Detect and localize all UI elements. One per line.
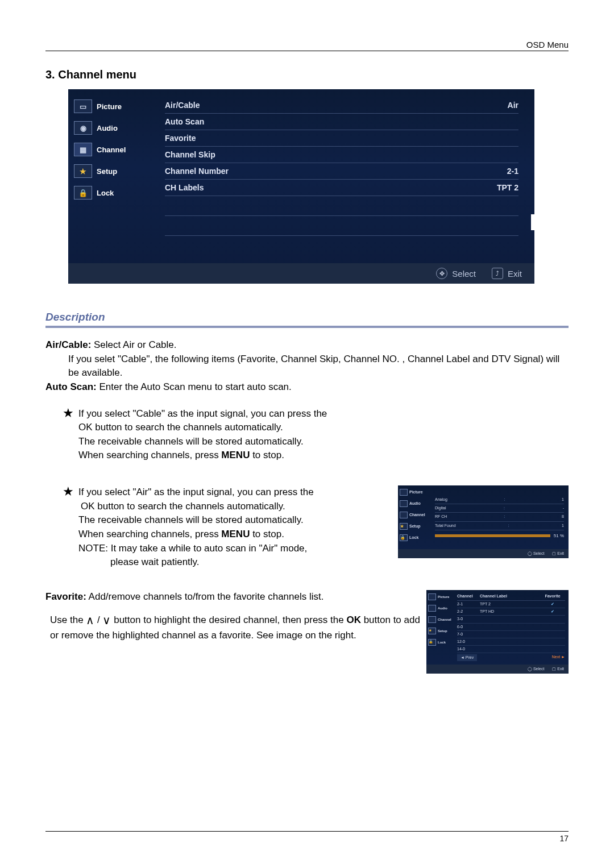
mini-favorite-screenshot: Picture Audio Channel ★Setup 🔒Lock Chann… [426, 590, 569, 674]
text-aircable: Select Air or Cable. [91, 339, 176, 350]
sidebar-item-label: Channel [97, 146, 126, 154]
osd-row-value: 2-1 [507, 167, 518, 176]
progress-text: 51 % [554, 533, 564, 539]
osd-row-blank [165, 236, 518, 255]
mini-side-label: Audio [409, 501, 421, 506]
up-arrow-icon: ∧ [86, 614, 94, 626]
mini-fav-head-fav: Favorite [540, 593, 565, 599]
star2-line6: please wait patiently. [110, 555, 314, 570]
sidebar-item-channel[interactable]: ▦ Channel [74, 143, 156, 156]
mini2-side-label: Setup [438, 629, 447, 634]
mini-scan-label: Digital [435, 505, 446, 511]
star1-line4a: When searching channels, press [78, 450, 221, 460]
mini-fav-head-channel: Channel [457, 593, 480, 599]
audio-icon: ◉ [74, 121, 92, 135]
description-rule [45, 326, 569, 328]
header-right-text: OSD Menu [526, 40, 569, 49]
section-title: 3. Channel menu [45, 68, 569, 81]
osd-row-label: CH Labels [165, 183, 204, 192]
favorite-section: Favorite: Add/remove channels to/from th… [45, 590, 569, 674]
mini-scan-value: - [563, 505, 564, 511]
sidebar-item-label: Lock [97, 189, 114, 197]
osd-row-label: Favorite [165, 134, 196, 143]
osd-row-chlabels[interactable]: CH Labels TPT 2 [165, 180, 518, 196]
star1-line3: The receivable channels will be stored a… [78, 435, 327, 449]
fav-para-ok: OK [346, 614, 361, 625]
mini-side-label: Setup [409, 524, 420, 529]
page-number: 17 [559, 834, 569, 843]
progress-bar [435, 534, 550, 537]
star2-line5: NOTE: It may take a while to auto scan i… [78, 542, 314, 556]
mini-fav-prev[interactable]: ◄ Prev [457, 654, 477, 661]
label-autoscan: Auto Scan: [45, 381, 97, 392]
mini-scan-value: 1 [562, 523, 564, 529]
label-aircable: Air/Cable: [45, 339, 91, 350]
description-body: Air/Cable: Select Air or Cable. If you s… [45, 338, 569, 674]
mini2-side-label: Picture [438, 595, 449, 600]
star2-line3: The receivable channels will be stored a… [78, 513, 314, 528]
star-icon: ★ [63, 485, 74, 570]
star-block-air-row: ★ If you select "Air" as the input signa… [45, 485, 569, 570]
osd-row-label: Channel Number [165, 167, 229, 176]
sidebar-item-label: Picture [97, 102, 122, 111]
setup-icon: ★ [74, 164, 92, 178]
sidebar-item-audio[interactable]: ◉ Audio [74, 121, 156, 135]
osd-main-panel: Air/Cable Air Auto Scan Favorite Channel… [159, 89, 534, 263]
star2-line2: OK button to search the channels automat… [81, 500, 314, 514]
mini2-side-label: Lock [438, 640, 446, 645]
sidebar-item-setup[interactable]: ★ Setup [74, 164, 156, 178]
osd-row-aircable[interactable]: Air/Cable Air [165, 97, 518, 114]
osd-row-value: Air [508, 101, 518, 110]
star2-line4a: When searching channels, press [78, 529, 221, 539]
mini-side-label: Channel [409, 512, 425, 518]
lock-icon: 🔒 [74, 186, 92, 200]
osd-row-blank [165, 216, 518, 236]
osd-row-favorite[interactable]: Favorite [165, 130, 518, 147]
star-icon: ★ [63, 407, 74, 463]
text-aircable-note: If you selet "Cable", the following item… [68, 352, 569, 380]
star1-line4c: to stop. [250, 450, 284, 460]
mini-fav-next[interactable]: Next ► [552, 654, 565, 661]
channel-icon: ▦ [74, 143, 92, 156]
fav-para-a: Use the [50, 614, 86, 625]
fav-para-b: button to highlight the desired channel,… [111, 614, 346, 625]
dpad-icon: ✥ [436, 268, 447, 279]
mini-side-label: Lock [409, 535, 418, 541]
mini-scan-label: RF CH [435, 514, 447, 520]
osd-row-channelskip[interactable]: Channel Skip [165, 147, 518, 163]
mini-scan-label: Analog [435, 497, 447, 502]
mini-scan-label: Total Found [435, 523, 456, 529]
star-block-cable: ★ If you select "Cable" as the input sig… [45, 407, 569, 463]
mini2-side-label: Audio [438, 606, 447, 611]
mini-scan-value: 1 [562, 497, 564, 502]
osd-row-label: Channel Skip [165, 150, 215, 159]
exit-icon: ⤴ [492, 268, 503, 279]
osd-row-label: Air/Cable [165, 101, 200, 110]
sidebar-item-label: Setup [97, 167, 117, 176]
star2-line1: If you select "Air" as the input signal,… [78, 485, 314, 500]
star1-line4b: MENU [221, 450, 250, 460]
star1-line2: OK button to search the channels automat… [78, 421, 327, 435]
mini2-side-label: Channel [438, 617, 451, 622]
footer-exit[interactable]: ⤴ Exit [492, 268, 522, 279]
osd-row-value: TPT 2 [497, 183, 518, 192]
mini2-footer-exit: Exit [557, 667, 564, 671]
sidebar-item-picture[interactable]: ▭ Picture [74, 99, 156, 113]
osd-row-channelnumber[interactable]: Channel Number 2-1 [165, 163, 518, 180]
footer-select-label: Select [452, 269, 476, 279]
mini-autoscan-screenshot: Picture Audio Channel ★Setup 🔒Lock Analo… [398, 485, 569, 558]
mini-footer-exit: Exit [557, 551, 564, 555]
description-heading: Description [45, 311, 569, 323]
osd-row-autoscan[interactable]: Auto Scan [165, 114, 518, 130]
mini-footer-select: Select [533, 551, 544, 555]
label-favorite: Favorite: [45, 591, 86, 602]
down-arrow-icon: ∨ [102, 614, 111, 626]
mini-side-label: Picture [409, 489, 423, 495]
star2-line4b: MENU [221, 529, 250, 539]
footer-select[interactable]: ✥ Select [436, 268, 476, 279]
osd-channel-menu: ▭ Picture ◉ Audio ▦ Channel ★ Setup 🔒 [68, 89, 534, 284]
osd-row-blank [165, 196, 518, 216]
osd-footer: ✥ Select ⤴ Exit [68, 263, 534, 284]
sidebar-item-lock[interactable]: 🔒 Lock [74, 186, 156, 200]
osd-row-label: Auto Scan [165, 117, 204, 126]
